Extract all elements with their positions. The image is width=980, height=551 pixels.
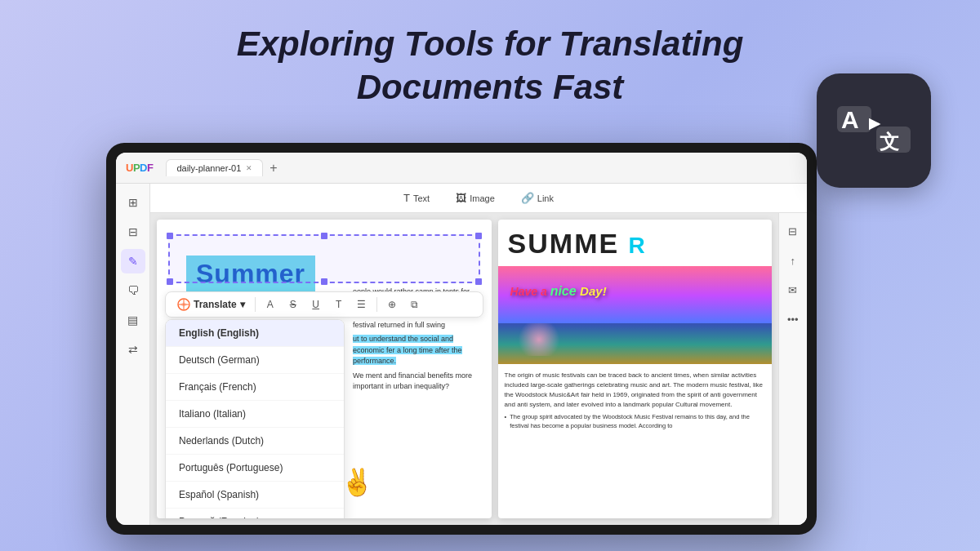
lang-item-dutch[interactable]: Nederlands (Dutch): [166, 428, 344, 455]
link-tool-icon: 🔗: [521, 192, 534, 204]
bullet-item-1: • The group spirit advocated by the Wood…: [505, 412, 765, 431]
underline-tool[interactable]: U: [306, 295, 326, 314]
text-tool-button[interactable]: T Text: [397, 189, 436, 207]
editing-toolbar: T Text 🖼 Image 🔗 Link: [150, 184, 807, 213]
document-area: T Text 🖼 Image 🔗 Link: [150, 184, 807, 525]
lang-item-portuguese[interactable]: Português (Portuguese): [166, 455, 344, 482]
language-dropdown: English (English) Deutsch (German) Franç…: [165, 319, 345, 518]
lang-item-german[interactable]: Deutsch (German): [166, 347, 344, 374]
sidebar-pages-icon[interactable]: ⊞: [121, 190, 145, 215]
sidebar-pan-icon[interactable]: ⊟: [121, 220, 145, 244]
handle-bl[interactable]: [167, 278, 173, 285]
tab-label: daily-planner-01: [176, 163, 241, 173]
tablet-frame: UPDF daily-planner-01 ✕ + ⊞ ⊟ ✎ 🗨 ▤ ⇄: [106, 143, 817, 535]
translate-dropdown-arrow: ▾: [240, 299, 245, 310]
body-para-2: We ment and financial benefits more impo…: [353, 371, 483, 393]
sidebar-comment-icon[interactable]: 🗨: [121, 278, 145, 303]
bullet-text-1: The group spirit advocated by the Woodst…: [510, 412, 764, 431]
smoke-effect: [514, 323, 564, 356]
right-sidebar-mail-icon[interactable]: ✉: [782, 278, 804, 301]
lang-item-french[interactable]: Français (French): [166, 374, 344, 401]
title-line2: Documents Fast: [357, 68, 624, 106]
handle-bc[interactable]: [321, 278, 327, 285]
image-tool-label: Image: [470, 193, 495, 203]
sidebar-convert-icon[interactable]: ⇄: [121, 337, 145, 362]
link-tool-label: Link: [537, 193, 554, 203]
highlighted-text: ut to understand the social and economic…: [353, 335, 462, 365]
handle-tl[interactable]: [167, 233, 173, 239]
handle-br[interactable]: [475, 278, 482, 285]
sidebar-organize-icon[interactable]: ▤: [121, 308, 145, 332]
tab-bar: daily-planner-01 ✕ +: [166, 159, 280, 176]
app-header: UPDF daily-planner-01 ✕ +: [116, 153, 807, 184]
pdf-content-area: Summer: [150, 213, 807, 525]
stamp-tool[interactable]: ⊕: [382, 295, 402, 314]
copy-tool[interactable]: ⧉: [405, 295, 425, 314]
add-tab-button[interactable]: +: [266, 161, 280, 176]
text-tool-icon: T: [403, 192, 410, 204]
festival-overlay-text: Have a nice Day!: [510, 282, 607, 300]
handle-tc[interactable]: [321, 233, 327, 239]
text-tool-label: Text: [413, 193, 430, 203]
sidebar-edit-icon[interactable]: ✎: [121, 249, 145, 273]
document-tab[interactable]: daily-planner-01 ✕: [166, 159, 263, 176]
svg-text:文: 文: [880, 131, 900, 153]
image-tool-button[interactable]: 🖼 Image: [449, 189, 501, 207]
origin-paragraph: The origin of music festivals can be tra…: [505, 371, 765, 410]
handle-tr[interactable]: [475, 233, 482, 239]
toolbar-separator-2: [376, 297, 377, 312]
highlight-tool[interactable]: A: [261, 295, 280, 314]
svg-text:A: A: [841, 106, 859, 133]
translate-button[interactable]: Translate ▾: [172, 295, 250, 313]
translate-btn-label: Translate: [194, 299, 237, 310]
pdf-left-page: Summer: [157, 220, 492, 518]
right-sidebar: ⊟ ↑ ✉ •••: [778, 213, 807, 525]
festival-image: Have a nice Day!: [498, 266, 772, 364]
selection-box: [168, 234, 480, 283]
image-tool-icon: 🖼: [456, 192, 466, 204]
floating-toolbar: Translate ▾ A S U T ☰ ⊕ ⧉: [165, 291, 483, 318]
right-sidebar-bookmark-icon[interactable]: ⊟: [782, 220, 804, 242]
lang-item-spanish[interactable]: Español (Spanish): [166, 482, 344, 509]
right-sidebar-share-icon[interactable]: ↑: [782, 249, 804, 272]
strikethrough-tool[interactable]: S: [283, 295, 303, 314]
lang-item-russian[interactable]: Русский (Russian): [166, 509, 344, 518]
updf-logo: UPDF: [126, 162, 153, 174]
app-content: ⊞ ⊟ ✎ 🗨 ▤ ⇄ T Text 🖼 Image: [116, 184, 807, 525]
text-color-tool[interactable]: T: [329, 295, 349, 314]
summer-right-heading: SUMME R: [498, 220, 772, 260]
translate-app-icon: A 文: [817, 73, 931, 188]
title-line1: Exploring Tools for Translating: [237, 24, 744, 63]
right-text-content: The origin of music festivals can be tra…: [498, 364, 772, 440]
toolbar-separator-1: [255, 297, 256, 312]
translate-icon-svg: A 文: [833, 98, 915, 163]
summer-right-extra: R: [629, 233, 647, 258]
bullet-dot-1: •: [505, 412, 507, 431]
translate-btn-icon: [177, 298, 190, 311]
tablet-inner: UPDF daily-planner-01 ✕ + ⊞ ⊟ ✎ 🗨 ▤ ⇄: [116, 153, 807, 525]
tab-close-button[interactable]: ✕: [246, 164, 252, 172]
comment-float-tool[interactable]: ☰: [352, 295, 372, 314]
lang-item-english[interactable]: English (English): [166, 320, 344, 347]
left-sidebar: ⊞ ⊟ ✎ 🗨 ▤ ⇄: [116, 184, 150, 525]
link-tool-button[interactable]: 🔗 Link: [514, 189, 560, 207]
right-sidebar-more-icon[interactable]: •••: [782, 308, 804, 331]
lang-item-italian[interactable]: Italiano (Italian): [166, 401, 344, 428]
pdf-right-page: SUMME R Have a nice Day!: [498, 220, 772, 518]
